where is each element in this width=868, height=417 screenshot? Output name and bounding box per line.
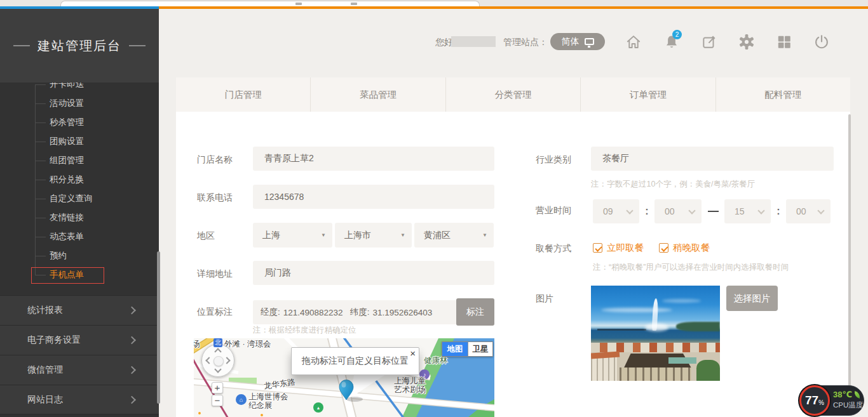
store-photo-preview bbox=[591, 286, 720, 381]
pan-right-icon[interactable] bbox=[223, 357, 230, 364]
sidebar-item-8[interactable]: 动态表单 bbox=[0, 227, 159, 246]
pickup-option-0[interactable]: 立即取餐 bbox=[593, 242, 644, 254]
sidebar-group-label: 统计报表 bbox=[27, 305, 63, 316]
map-label-theatre-line1: 上海儿童 bbox=[394, 376, 426, 385]
sidebar-item-label: 友情链接 bbox=[50, 212, 84, 223]
phone-input[interactable]: 12345678 bbox=[253, 185, 494, 209]
latitude-value: 31.1952626403 bbox=[372, 308, 432, 317]
sidebar-item-4[interactable]: 组团管理 bbox=[0, 151, 159, 170]
start-minute-select[interactable]: 00 bbox=[654, 199, 702, 223]
start-hour-select[interactable]: 09 bbox=[593, 199, 639, 223]
business-hours-row: 09 : 00 15 : 00 bbox=[593, 199, 831, 223]
cpu-temp-value: 38℃ bbox=[833, 390, 852, 399]
region-select-1[interactable]: 上海市▼ bbox=[335, 223, 412, 248]
latitude-label: 纬度: bbox=[350, 307, 370, 318]
sidebar-group-2[interactable]: 微信管理 bbox=[0, 355, 159, 385]
notifications-bell-icon[interactable]: 2 bbox=[663, 34, 680, 50]
choose-image-button[interactable]: 选择图片 bbox=[726, 286, 778, 311]
sidebar-item-5[interactable]: 积分兑换 bbox=[0, 170, 159, 189]
map-type-satellite-button[interactable]: 卫星 bbox=[468, 342, 492, 356]
edit-icon[interactable] bbox=[701, 34, 717, 50]
language-label: 简体 bbox=[562, 36, 580, 48]
region-select-0[interactable]: 上海▼ bbox=[253, 223, 332, 248]
app-window: 建站管理后台 开卡即送活动设置秒杀管理团购设置组团管理积分兑换自定义查询友情链接… bbox=[0, 0, 868, 417]
sidebar-item-1[interactable]: 活动设置 bbox=[0, 94, 159, 113]
map-zoom-out-button[interactable]: − bbox=[212, 395, 223, 406]
sidebar-item-6[interactable]: 自定义查询 bbox=[0, 189, 159, 208]
sidebar-item-label: 预约 bbox=[50, 250, 67, 261]
location-note: 注：根据经纬度进行精确定位 bbox=[253, 325, 356, 336]
region-select-2[interactable]: 黄浦区▼ bbox=[414, 223, 494, 248]
sidebar-item-label: 动态表单 bbox=[50, 231, 84, 242]
sidebar-group-3[interactable]: 网站日志 bbox=[0, 385, 159, 414]
industry-input[interactable]: 茶餐厅 bbox=[591, 147, 834, 171]
tab-0[interactable]: 门店管理 bbox=[176, 77, 310, 112]
sidebar-item-3[interactable]: 团购设置 bbox=[0, 132, 159, 151]
browser-icon bbox=[351, 3, 357, 5]
sidebar-scrollbar[interactable] bbox=[157, 251, 160, 404]
sidebar-item-7[interactable]: 友情链接 bbox=[0, 208, 159, 227]
end-minute-value: 00 bbox=[796, 206, 806, 216]
sidebar-group-1[interactable]: 电子商务设置 bbox=[0, 325, 159, 355]
sidebar-item-9[interactable]: 预约 bbox=[0, 246, 159, 265]
sidebar-item-10[interactable]: 手机点单 bbox=[0, 265, 159, 284]
dropdown-arrow-icon: ▼ bbox=[482, 232, 487, 238]
region-select-value: 黄浦区 bbox=[424, 230, 451, 241]
pan-knob[interactable] bbox=[214, 356, 224, 366]
sidebar-header: 建站管理后台 bbox=[0, 9, 159, 83]
map-label-expo: 上海世博会 纪念展 bbox=[248, 392, 288, 410]
region-select-value: 上海市 bbox=[344, 230, 371, 241]
content-scrollbar[interactable] bbox=[848, 114, 851, 414]
pan-down-icon[interactable] bbox=[214, 366, 221, 373]
home-icon[interactable] bbox=[625, 34, 642, 50]
map-widget[interactable]: 场 外滩 · 湾璟会 龙华东路 ⌂ 上海世博会 纪念展 ♪ 上海儿童 艺术剧场 … bbox=[194, 338, 494, 417]
chevron-down-icon bbox=[688, 207, 695, 214]
pan-left-icon[interactable] bbox=[205, 357, 212, 364]
mark-location-button[interactable]: 标注 bbox=[456, 298, 494, 326]
accent-line-orange bbox=[159, 6, 868, 9]
chevron-down-icon bbox=[757, 207, 764, 214]
apps-grid-icon[interactable] bbox=[776, 34, 792, 50]
end-hour-value: 15 bbox=[735, 206, 745, 216]
region-label: 地区 bbox=[197, 230, 215, 242]
longitude-value: 121.490882232 bbox=[283, 308, 343, 317]
checkbox-checked-icon[interactable] bbox=[659, 243, 668, 253]
pan-up-icon[interactable] bbox=[214, 348, 221, 355]
tab-1[interactable]: 菜品管理 bbox=[310, 77, 445, 112]
chevron-right-icon bbox=[128, 307, 136, 315]
start-minute-value: 00 bbox=[665, 206, 675, 216]
address-input[interactable]: 局门路 bbox=[253, 261, 494, 285]
language-button[interactable]: 简体 bbox=[550, 33, 605, 50]
location-label: 位置标注 bbox=[197, 307, 233, 318]
map-label-jiankang: 健康林 bbox=[424, 355, 448, 366]
monitor-icon bbox=[585, 38, 594, 45]
checkbox-checked-icon[interactable] bbox=[593, 243, 602, 253]
map-zoom-in-button[interactable]: + bbox=[212, 382, 223, 394]
tab-2[interactable]: 分类管理 bbox=[445, 77, 580, 112]
tab-4[interactable]: 配料管理 bbox=[715, 77, 850, 112]
sidebar-group-label: 微信管理 bbox=[27, 364, 63, 376]
chevron-right-icon bbox=[128, 336, 136, 345]
north-indicator: 北 bbox=[214, 338, 222, 347]
cpu-monitor-widget[interactable]: 77 % 38℃ CPU温度 bbox=[799, 385, 864, 416]
logout-power-icon[interactable] bbox=[813, 34, 830, 50]
settings-gear-icon[interactable] bbox=[738, 34, 755, 50]
store-name-label: 门店名称 bbox=[197, 154, 233, 166]
map-type-map-button[interactable]: 地图 bbox=[442, 342, 468, 356]
time-range-dash bbox=[702, 211, 724, 213]
coordinates-field[interactable]: 经度: 121.490882232 纬度: 31.1952626403 bbox=[253, 300, 456, 324]
store-name-input[interactable]: 青青原上草2 bbox=[253, 147, 494, 171]
end-minute-select[interactable]: 00 bbox=[786, 199, 831, 223]
sidebar-item-2[interactable]: 秒杀管理 bbox=[0, 113, 159, 132]
park-poi-icon: ▲ bbox=[313, 402, 323, 413]
end-hour-select[interactable]: 15 bbox=[724, 199, 771, 223]
sidebar: 建站管理后台 开卡即送活动设置秒杀管理团购设置组团管理积分兑换自定义查询友情链接… bbox=[0, 9, 159, 417]
tab-3[interactable]: 订单管理 bbox=[580, 77, 715, 112]
map-pan-control[interactable] bbox=[201, 344, 234, 377]
sidebar-group-0[interactable]: 统计报表 bbox=[0, 295, 159, 325]
dropdown-arrow-icon: ▼ bbox=[321, 232, 326, 238]
pickup-option-1[interactable]: 稍晚取餐 bbox=[659, 242, 710, 254]
sidebar-group-label: 电子商务设置 bbox=[27, 334, 81, 346]
pickup-option-label: 稍晚取餐 bbox=[673, 242, 710, 254]
tooltip-close-icon[interactable]: × bbox=[410, 348, 416, 358]
